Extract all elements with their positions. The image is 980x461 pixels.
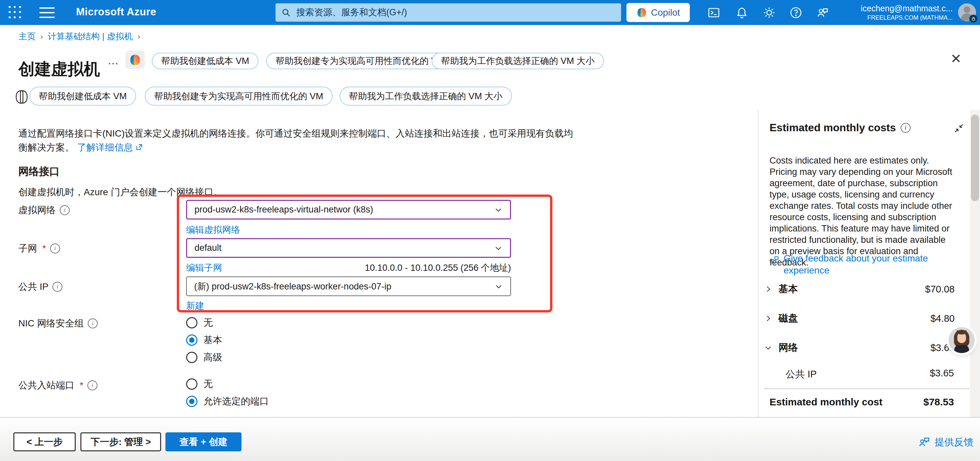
collapse-panel-icon[interactable] (953, 123, 965, 135)
radio-selected[interactable] (186, 396, 197, 407)
cost-row-label: 磁盘 (778, 312, 930, 325)
nsg-option-advanced[interactable]: 高级 (186, 351, 222, 364)
global-search[interactable] (275, 3, 621, 22)
cloud-shell-icon[interactable] (707, 6, 721, 19)
next-step-button[interactable]: 下一步: 管理 > (80, 432, 161, 451)
inbound-option-allow-selected[interactable]: 允许选定的端口 (186, 395, 269, 408)
public-ip-dropdown[interactable]: (新) prod-usw2-k8s-freeleaps-worker-nodes… (186, 276, 511, 296)
previous-step-button[interactable]: < 上一步 (13, 432, 76, 451)
section-heading: 网络接口 (18, 165, 60, 179)
subnet-value: default (194, 243, 221, 253)
more-options-icon[interactable]: … (107, 54, 120, 67)
breadcrumb-separator: › (137, 32, 140, 41)
inbound-ports-label-row: 公共入站端口 * i (18, 379, 97, 392)
suggestion-low-cost-vm[interactable]: 帮助我创建低成本 VM (152, 52, 259, 69)
panel-scrollbar-thumb[interactable] (971, 114, 979, 201)
help-icon[interactable] (789, 6, 803, 19)
notifications-bell-icon[interactable] (735, 6, 749, 19)
info-icon[interactable]: i (900, 123, 911, 133)
total-divider (764, 388, 969, 389)
chevron-right-icon[interactable] (764, 314, 778, 323)
copilot-chip[interactable] (126, 51, 145, 69)
radio-unselected[interactable] (186, 352, 197, 363)
chevron-down-icon (494, 206, 503, 214)
inbound-option-none[interactable]: 无 (186, 378, 213, 390)
review-create-button[interactable]: 查看 + 创建 (165, 432, 242, 451)
settings-gear-icon[interactable] (762, 6, 776, 19)
close-icon[interactable]: ✕ (948, 51, 964, 67)
chevron-right-icon[interactable] (764, 285, 778, 293)
search-input[interactable] (296, 7, 615, 18)
subnet-address-range: 10.10.0.0 - 10.10.0.255 (256 个地址) (320, 262, 511, 274)
create-new-public-ip-link[interactable]: 新建 (186, 300, 204, 312)
intro-text: 通过配置网络接口卡(NIC)设置来定义虚拟机的网络连接。你可通过安全组规则来控制… (18, 127, 579, 155)
cost-row-network[interactable]: 网络 $3.65 (764, 341, 955, 355)
subnet-label: 子网 (18, 242, 37, 255)
cost-row-compute[interactable]: 基本 $70.08 (764, 282, 955, 296)
feedback-icon (918, 436, 931, 449)
hamburger-menu-icon[interactable] (39, 7, 55, 18)
info-icon[interactable]: i (60, 205, 70, 215)
brand-title[interactable]: Microsoft Azure (76, 6, 156, 18)
copilot-button[interactable]: Copilot (627, 3, 690, 22)
estimated-total-row: Estimated monthly cost $78.53 (770, 396, 954, 408)
copilot-icon (636, 7, 648, 18)
external-link-icon (135, 141, 143, 155)
suggestion-high-availability-vm-2[interactable]: 帮助我创建专为实现高可用性而优化的 VM (145, 87, 332, 106)
nsg-option-advanced-label: 高级 (204, 351, 222, 364)
section-description: 创建虚拟机时，Azure 门户会创建一个网络接口。 (18, 186, 223, 198)
nsg-option-none[interactable]: 无 (186, 317, 213, 329)
cost-subrow-public-ip: 公共 IP $3.65 (786, 368, 954, 381)
info-icon[interactable]: i (88, 318, 98, 328)
info-icon[interactable]: i (88, 380, 97, 390)
floating-assistant-avatar[interactable] (949, 327, 975, 353)
account-email: icecheng@mathmast.c... (847, 3, 953, 13)
breadcrumb-virtual-machines[interactable]: 计算基础结构 | 虚拟机 (48, 31, 133, 42)
feedback-icon (770, 255, 780, 266)
chevron-down-icon[interactable] (764, 344, 778, 352)
estimate-feedback-link[interactable]: Give feedback about your estimate experi… (770, 252, 955, 276)
nsg-label: NIC 网络安全组 (18, 317, 84, 330)
search-icon (282, 8, 291, 17)
copilot-outline-icon (13, 89, 30, 106)
nsg-option-basic[interactable]: 基本 (186, 334, 222, 347)
panel-scrollbar-track[interactable] (970, 110, 980, 417)
chevron-down-icon (494, 282, 503, 291)
cost-row-disks[interactable]: 磁盘 $4.80 (764, 311, 955, 326)
suggestion-right-vm-size-2[interactable]: 帮助我为工作负载选择正确的 VM 大小 (340, 87, 512, 106)
public-ip-label-row: 公共 IP i (18, 280, 62, 293)
radio-unselected[interactable] (186, 317, 197, 328)
inbound-option-none-label: 无 (204, 378, 213, 390)
breadcrumb-home[interactable]: 主页 (18, 31, 36, 42)
panel-divider (758, 110, 759, 417)
nsg-option-none-label: 无 (204, 317, 213, 329)
learn-more-link[interactable]: 了解详细信息 (77, 142, 133, 152)
radio-selected[interactable] (186, 334, 197, 346)
suggestion-high-availability-vm[interactable]: 帮助我创建专为实现高可用性而优化的 VM (266, 52, 454, 69)
account-avatar[interactable] (958, 3, 976, 21)
virtual-network-dropdown[interactable]: prod-usw2-k8s-freeleaps-virtual-networ (… (186, 200, 511, 220)
edit-subnet-link[interactable]: 编辑子网 (186, 262, 222, 274)
feedback-icon[interactable] (816, 6, 829, 19)
suggestion-low-cost-vm-2[interactable]: 帮助我创建低成本 VM (29, 87, 136, 106)
info-icon[interactable]: i (52, 282, 62, 292)
estimated-total-value: $78.53 (923, 396, 954, 408)
virtual-network-label: 虚拟网络 (18, 204, 56, 217)
info-icon[interactable]: i (50, 244, 60, 253)
lock-icon (969, 15, 977, 23)
footer-feedback-link[interactable]: 提供反馈 (918, 436, 973, 449)
waffle-menu-icon[interactable] (9, 6, 22, 19)
cost-row-value: $70.08 (925, 284, 955, 295)
account-info[interactable]: icecheng@mathmast.c... FREELEAPS.COM (MA… (847, 3, 953, 22)
costs-panel-title-row: Estimated monthly costs i (770, 122, 911, 134)
subnet-dropdown[interactable]: default (186, 238, 511, 258)
nsg-label-row: NIC 网络安全组 i (18, 317, 98, 330)
nsg-option-basic-label: 基本 (204, 334, 222, 347)
inbound-ports-label: 公共入站端口 (18, 379, 75, 392)
radio-unselected[interactable] (186, 379, 197, 390)
virtual-network-label-row: 虚拟网络 i (18, 204, 70, 217)
edit-virtual-network-link[interactable]: 编辑虚拟网络 (186, 224, 240, 236)
suggestion-right-vm-size[interactable]: 帮助我为工作负载选择正确的 VM 大小 (432, 52, 604, 69)
public-ip-label: 公共 IP (18, 280, 48, 293)
footer-feedback-label: 提供反馈 (935, 436, 973, 449)
